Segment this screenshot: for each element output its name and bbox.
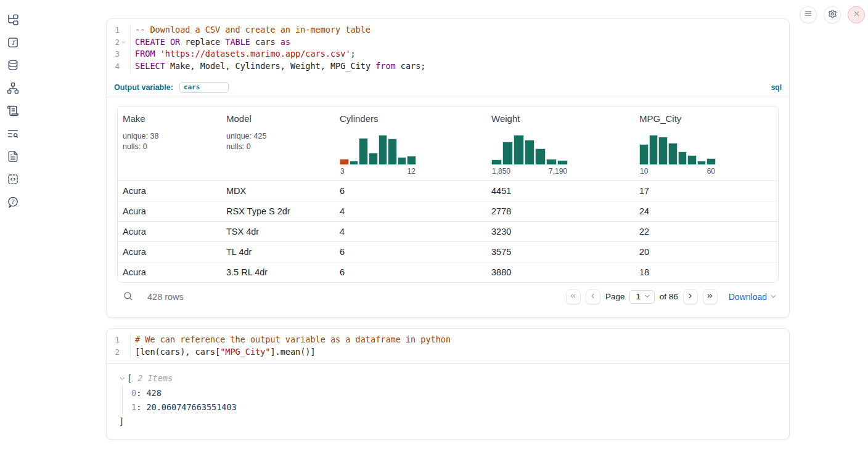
table-header-row: Make unique: 38 nulls: 0 Model unique: 4… — [118, 107, 778, 180]
gear-icon — [828, 9, 837, 21]
language-badge: sql — [771, 83, 782, 92]
notebook-actions — [800, 6, 865, 23]
row-count: 428 rows — [147, 292, 184, 302]
close-bracket: ] — [119, 415, 777, 427]
column-stat: unique: 38 — [123, 131, 216, 142]
mpg-city-histogram: 10 60 — [639, 132, 716, 176]
page-total-label: of 86 — [660, 292, 678, 301]
code-line: 2 [len(cars), cars["MPG_City"].mean()] — [107, 346, 789, 358]
column-header-cylinders[interactable]: Cylinders 3 12 — [335, 107, 486, 180]
line-number: 2 — [115, 36, 120, 49]
first-page-button[interactable] — [566, 289, 581, 304]
chevron-right-icon — [686, 291, 694, 302]
page-label: Page — [605, 292, 625, 301]
output-variable-input[interactable] — [179, 82, 229, 93]
items-count-label: 2 Items — [137, 372, 173, 384]
next-page-button[interactable] — [683, 289, 698, 304]
settings-button[interactable] — [824, 6, 841, 23]
histogram-bar — [491, 160, 502, 164]
open-bracket: [ — [127, 372, 132, 384]
table-row: Acura TL 4dr 6 3575 20 — [118, 241, 778, 262]
dependency-graph-icon[interactable] — [7, 82, 19, 94]
table-row: Acura RSX Type S 2dr 4 2778 24 — [118, 201, 778, 221]
hist-max-label: 12 — [407, 167, 416, 176]
histogram-bar — [687, 155, 697, 164]
table-row: Acura 3.5 RL 4dr 6 3880 18 — [118, 262, 778, 282]
documentation-icon[interactable] — [7, 150, 19, 163]
histogram-bar — [359, 138, 368, 164]
scratchpad-search-icon[interactable] — [7, 127, 19, 140]
logs-icon[interactable] — [7, 105, 19, 117]
variables-icon[interactable]: f — [7, 36, 19, 49]
histogram-bar — [340, 159, 349, 164]
page-select[interactable]: 1 — [629, 290, 654, 304]
histogram-bar — [678, 152, 687, 164]
column-header-model[interactable]: Model unique: 425 nulls: 0 — [221, 107, 335, 180]
histogram-bar — [350, 161, 359, 164]
python-code-editor[interactable]: 1 # We can reference the output variable… — [107, 329, 789, 363]
line-number: 1 — [115, 24, 120, 36]
cylinders-histogram: 3 12 — [340, 132, 416, 176]
histogram-bar — [649, 135, 658, 164]
previous-page-button[interactable] — [586, 289, 600, 304]
sql-cell: 1 -- Download a CSV and create an in-mem… — [106, 18, 790, 318]
datasources-icon[interactable] — [7, 59, 19, 71]
line-number: 4 — [115, 60, 120, 73]
python-output-tree: [ 2 Items 0: 428 1: 20.060747663551403 ] — [107, 364, 789, 427]
snippets-icon[interactable] — [7, 173, 19, 185]
chevrons-right-icon — [706, 291, 714, 302]
code-line: 1 # We can reference the output variable… — [107, 334, 789, 346]
close-icon — [853, 9, 861, 20]
histogram-bar — [398, 157, 407, 164]
line-number: 1 — [115, 334, 120, 346]
help-chat-icon[interactable]: ? — [7, 196, 19, 208]
list-item: 1: 20.060747663551403 — [131, 400, 777, 415]
data-table: Make unique: 38 nulls: 0 Model unique: 4… — [117, 106, 779, 283]
histogram-bar — [546, 159, 557, 164]
column-stat: unique: 425 — [226, 131, 330, 142]
menu-button[interactable] — [800, 6, 817, 23]
last-page-button[interactable] — [703, 289, 718, 304]
column-stat: nulls: 0 — [226, 142, 330, 152]
weight-histogram: 1,850 7,190 — [491, 132, 568, 176]
table-row: Acura MDX 6 4451 17 — [118, 180, 778, 201]
svg-text:f: f — [12, 39, 16, 47]
histogram-bar — [388, 139, 397, 164]
column-header-make[interactable]: Make unique: 38 nulls: 0 — [118, 107, 221, 180]
file-explorer-icon[interactable] — [7, 14, 19, 26]
histogram-bar — [535, 148, 546, 164]
column-stat: nulls: 0 — [123, 142, 216, 152]
histogram-bar — [369, 153, 378, 164]
column-header-weight[interactable]: Weight 1,850 7,190 — [486, 107, 634, 180]
histogram-bar — [502, 142, 513, 164]
hist-min-label: 3 — [340, 167, 345, 176]
shutdown-button[interactable] — [848, 6, 865, 23]
tree-body: 0: 428 1: 20.060747663551403 — [122, 386, 777, 414]
histogram-bar — [668, 143, 678, 164]
code-line: 3 FROM 'https://datasets.marimo.app/cars… — [107, 48, 789, 60]
fold-chevron-icon[interactable] — [120, 39, 128, 45]
collapse-chevron-icon[interactable] — [119, 375, 126, 382]
chevron-down-icon — [770, 292, 777, 302]
chevrons-left-icon — [569, 291, 577, 302]
code-line: 1 -- Download a CSV and create an in-mem… — [107, 24, 789, 36]
hamburger-icon — [804, 9, 813, 20]
histogram-bar — [557, 160, 568, 164]
code-line: 4 SELECT Make, Model, Cylinders, Weight,… — [107, 60, 789, 73]
left-panel-toolbar: f ? — [0, 0, 26, 208]
python-cell: 1 # We can reference the output variable… — [106, 328, 790, 440]
histogram-bar — [639, 144, 649, 164]
chevron-down-icon — [644, 292, 650, 301]
search-icon[interactable] — [123, 291, 133, 303]
sql-output-area: Make unique: 38 nulls: 0 Model unique: 4… — [107, 97, 789, 309]
table-footer: 428 rows Page 1 of 86 — [117, 285, 779, 309]
hist-min-label: 10 — [640, 167, 648, 176]
svg-text:?: ? — [12, 198, 15, 205]
column-header-mpg-city[interactable]: MPG_City 10 60 — [634, 107, 778, 180]
hist-min-label: 1,850 — [492, 167, 510, 176]
sql-code-editor[interactable]: 1 -- Download a CSV and create an in-mem… — [107, 19, 789, 78]
line-number: 3 — [115, 48, 120, 60]
output-variable-label: Output variable: — [114, 83, 173, 92]
sql-cell-footer: Output variable: sql — [107, 78, 789, 97]
download-button[interactable]: Download — [729, 292, 777, 302]
